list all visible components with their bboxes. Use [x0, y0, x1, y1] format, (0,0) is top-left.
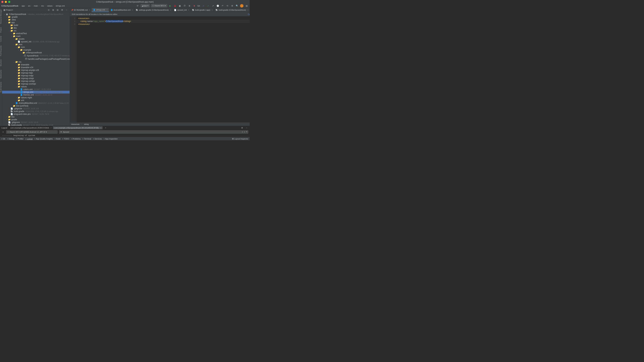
tree-item[interactable]: ⌄📁values: [2, 85, 70, 88]
tree-chevron-icon[interactable]: ›: [6, 119, 8, 120]
tree-item[interactable]: ›📁mipmap-hdpi: [2, 72, 70, 74]
tree-item[interactable]: ›📁androidTest: [2, 32, 70, 35]
project-panel-title[interactable]: Project: [6, 9, 12, 11]
debug-button[interactable]: 🐞: [173, 4, 177, 8]
breadcrumb-item[interactable]: CrifanXposedHook: [1, 5, 18, 7]
line-number[interactable]: 3: [70, 23, 77, 26]
tree-item[interactable]: 📘themes.xml2023/8/7, 10:29, 818 B: [2, 94, 70, 96]
line-number[interactable]: 1: [70, 17, 77, 20]
tree-chevron-icon[interactable]: ›: [16, 67, 18, 68]
rail-tool-project[interactable]: Project: [0, 27, 2, 33]
breadcrumb-item[interactable]: app: [22, 5, 25, 7]
logcat-settings-icon[interactable]: ⚙: [240, 126, 244, 130]
tool-window-app-inspection[interactable]: ▪App Inspection: [104, 138, 118, 140]
code-with-me-icon[interactable]: ⟲: [226, 4, 229, 8]
tree-chevron-icon[interactable]: ⌄: [6, 22, 8, 23]
breadcrumb-item[interactable]: main: [34, 5, 38, 7]
rail-tool-bookmarks[interactable]: Bookmarks: [0, 69, 2, 79]
collapse-all-icon[interactable]: ⊟: [56, 8, 59, 12]
tree-item[interactable]: ⌄📁example: [2, 49, 70, 51]
tree-chevron-icon[interactable]: ⌄: [8, 30, 10, 32]
tree-item[interactable]: 📘AndroidManifest.xml2024/12/17, 11:15, 1…: [2, 102, 70, 105]
search-icon[interactable]: 🔍: [235, 4, 239, 8]
editor-breadcrumb-item[interactable]: resources: [71, 123, 80, 125]
tree-item[interactable]: 📘strings.xml2023/8/7, 10:29, 78 B 24 min…: [2, 91, 70, 94]
tree-chevron-icon[interactable]: ⌄: [13, 61, 15, 63]
tree-chevron-icon[interactable]: ›: [16, 100, 18, 101]
tree-item[interactable]: ⌄▣CrifanXposedHook~/dev/dev_root/crifan/…: [2, 13, 70, 16]
gradle-sync-icon[interactable]: ▤: [245, 4, 248, 8]
tree-chevron-icon[interactable]: ›: [16, 80, 18, 82]
tool-window-build[interactable]: ▪Build: [55, 138, 60, 140]
settings-icon[interactable]: ⚙: [60, 8, 64, 12]
logcat-process-tab[interactable]: com.example.crifanxposedhook (91BX1VSA3)…: [9, 126, 53, 129]
profiler-button[interactable]: ⏱: [183, 4, 186, 8]
editor-tab[interactable]: 🐘build.gradle (:app)×: [191, 8, 214, 12]
tool-window-profiler[interactable]: ▪Profiler: [16, 138, 24, 140]
editor-tab[interactable]: 🐘settings.gradle (CrifanXposedHook)×: [134, 8, 173, 12]
tree-item[interactable]: ›📁xml: [2, 99, 70, 102]
tree-chevron-icon[interactable]: ⌄: [4, 13, 6, 15]
tree-chevron-icon[interactable]: ›: [16, 64, 18, 66]
tree-item[interactable]: ⌄📁res: [2, 61, 70, 63]
tree-chevron-icon[interactable]: ⌄: [11, 35, 13, 37]
attach-debugger-button[interactable]: ⊕: [188, 4, 191, 8]
tree-chevron-icon[interactable]: ›: [16, 97, 18, 99]
run-button[interactable]: ▶: [168, 4, 172, 8]
breadcrumb-item[interactable]: strings.xml: [56, 5, 65, 7]
tree-item[interactable]: ›📁drawable: [2, 63, 70, 66]
rail-tool-resource-manager[interactable]: Resource Manager: [0, 9, 2, 25]
close-tab-icon[interactable]: ×: [106, 9, 108, 11]
coverage-button[interactable]: ▣: [178, 4, 182, 8]
tree-item[interactable]: ›📂.gradle: [2, 16, 70, 18]
close-tab-icon[interactable]: ×: [100, 127, 101, 129]
rail-tool-commit[interactable]: Commit: [0, 35, 2, 43]
logcat-filter-input[interactable]: ▼ Xposed × ☆ ?: [59, 130, 248, 134]
chevron-down-icon[interactable]: ▾: [12, 9, 13, 11]
tree-chevron-icon[interactable]: ⌄: [13, 38, 15, 40]
tree-chevron-icon[interactable]: ›: [16, 75, 18, 77]
rail-tool-structure[interactable]: Structure: [0, 59, 2, 67]
close-tab-icon[interactable]: ×: [212, 9, 212, 11]
tree-chevron-icon[interactable]: ⌄: [16, 46, 18, 48]
line-number[interactable]: 2: [70, 20, 77, 23]
tree-chevron-icon[interactable]: ›: [6, 19, 8, 21]
tree-chevron-icon[interactable]: ⌄: [23, 55, 24, 57]
logcat-output[interactable]: --------- beginning of system: [0, 134, 250, 137]
ide-settings-icon[interactable]: ⚙: [230, 4, 234, 8]
tree-item[interactable]: ›📁mipmap-xxhdpi: [2, 80, 70, 83]
user-avatar[interactable]: [240, 4, 244, 8]
editor-tab[interactable]: 📘strings.xml×: [92, 8, 109, 12]
breadcrumb-item[interactable]: src: [28, 5, 30, 7]
logcat-device-select[interactable]: ☐ Xiaomi MI 8 (f97a0408) Android 12, API…: [6, 130, 58, 134]
tree-item[interactable]: ›📁gradle: [2, 118, 70, 121]
logcat-hide-icon[interactable]: −: [245, 126, 248, 130]
close-window-button[interactable]: [1, 1, 4, 3]
tree-chevron-icon[interactable]: ›: [16, 69, 18, 71]
tree-item[interactable]: ›📁values-night: [2, 96, 70, 99]
filter-help-icon[interactable]: ?: [246, 131, 247, 133]
sync-icon[interactable]: ↺: [136, 4, 139, 8]
tree-chevron-icon[interactable]: ›: [6, 16, 8, 18]
tree-item[interactable]: ›📂build: [2, 24, 70, 27]
tree-chevron-icon[interactable]: ›: [6, 116, 8, 118]
clear-filter-icon[interactable]: ×: [242, 131, 243, 133]
tree-item[interactable]: ›📁mipmap-anydpi-v26: [2, 69, 70, 72]
tree-item[interactable]: ›📁test [unitTest]: [2, 105, 70, 107]
close-tab-icon[interactable]: ×: [50, 127, 52, 129]
close-tab-icon[interactable]: ×: [170, 9, 171, 11]
tree-item[interactable]: ›📁doc: [2, 116, 70, 118]
select-opened-file-icon[interactable]: ⊙: [47, 8, 50, 12]
tree-chevron-icon[interactable]: ›: [16, 83, 18, 85]
tree-item[interactable]: 📄.gitignore2023/8/7, 10:29, 225 B: [2, 121, 70, 124]
code-line[interactable]: <resources>: [77, 17, 250, 20]
rail-tool-build-variants[interactable]: Build Variants: [0, 81, 2, 93]
project-tree[interactable]: ⌄▣CrifanXposedHook~/dev/dev_root/crifan/…: [2, 12, 70, 126]
tree-chevron-icon[interactable]: ›: [16, 72, 18, 74]
tree-item[interactable]: ⌄📁app: [2, 21, 70, 24]
tree-chevron-icon[interactable]: ⌄: [20, 52, 22, 54]
tree-chevron-icon[interactable]: ⌄: [16, 86, 18, 88]
close-tab-icon[interactable]: ×: [248, 9, 248, 11]
editor-tab[interactable]: 📘AndroidManifest.xml×: [109, 8, 134, 12]
hide-panel-icon[interactable]: −: [65, 8, 68, 12]
